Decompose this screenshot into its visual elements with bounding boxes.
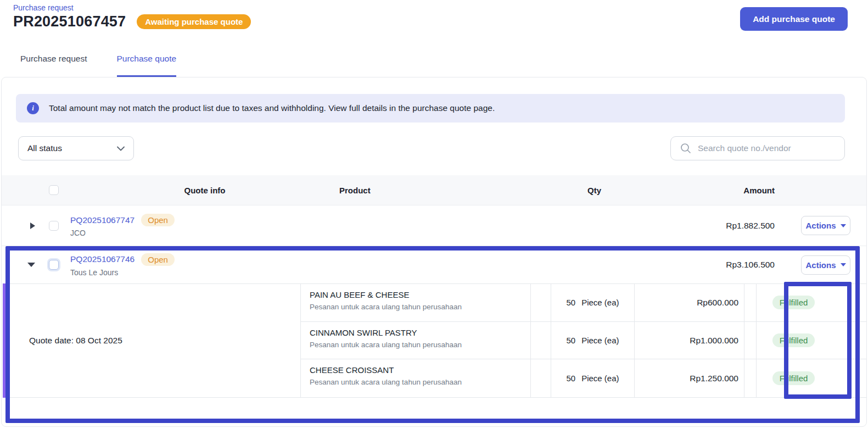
column-header-quote-info: Quote info (184, 186, 226, 195)
status-badge: Awaiting purchase quote (137, 14, 251, 29)
status-filter-value: All status (27, 143, 62, 153)
quote-number-link[interactable]: PQ20251067747 (70, 215, 135, 225)
column-header-qty: Qty (587, 186, 601, 195)
product-amount: Rp1.250.000 (690, 374, 738, 383)
chevron-down-icon (117, 146, 125, 151)
add-purchase-quote-button[interactable]: Add purchase quote (740, 7, 848, 31)
column-header-product: Product (339, 186, 371, 195)
fulfillment-status-badge: Fulfilled (772, 296, 815, 309)
quote-amount: Rp1.882.500 (726, 221, 775, 231)
actions-button[interactable]: Actions (801, 255, 850, 275)
quote-amount: Rp3.106.500 (726, 260, 775, 270)
product-name: CHEESE CROISSANT (310, 365, 530, 375)
product-unit: Piece (ea) (581, 336, 619, 345)
info-banner-text: Total amount may not match the product l… (49, 103, 495, 113)
page-header: Purchase request PR20251067457 Awaiting … (0, 0, 868, 52)
fulfillment-status-badge: Fulfilled (772, 371, 815, 385)
info-banner: i Total amount may not match the product… (16, 94, 845, 123)
row-checkbox[interactable] (49, 260, 59, 270)
quote-status-badge: Open (141, 214, 175, 226)
actions-button[interactable]: Actions (801, 216, 850, 235)
product-qty: 50 (566, 298, 575, 307)
product-name: CINNAMON SWIRL PASTRY (310, 328, 530, 337)
product-amount: Rp600.000 (697, 298, 738, 308)
page-title: PR20251067457 (13, 13, 126, 30)
collapse-row-icon[interactable] (27, 263, 35, 267)
title-row: PR20251067457 Awaiting purchase quote (13, 13, 251, 30)
product-subtable: PAIN AU BEEF & CHEESE Pesanan untuk acar… (300, 283, 866, 398)
product-unit: Piece (ea) (581, 374, 619, 383)
expanded-quote-detail: Quote date: 08 Oct 2025 PAIN AU BEEF & C… (2, 283, 866, 398)
expand-row-icon[interactable] (30, 222, 35, 229)
product-note: Pesanan untuk acara ulang tahun perusaha… (310, 341, 530, 349)
tab-purchase-quote[interactable]: Purchase quote (117, 52, 177, 77)
product-amount: Rp1.000.000 (690, 336, 738, 346)
quotes-table: Quote info Product Qty Amount PQ20251067… (2, 175, 866, 398)
status-filter-dropdown[interactable]: All status (18, 136, 134, 160)
fulfillment-status-badge: Fulfilled (772, 333, 815, 347)
product-row: CHEESE CROISSANT Pesanan untuk acara ula… (300, 359, 866, 398)
row-checkbox[interactable] (49, 221, 59, 231)
chevron-down-icon (841, 263, 846, 266)
product-row: CINNAMON SWIRL PASTRY Pesanan untuk acar… (300, 322, 866, 360)
quote-status-badge: Open (141, 253, 175, 266)
vendor-name: Tous Le Jours (70, 268, 339, 277)
product-name: PAIN AU BEEF & CHEESE (310, 290, 530, 299)
search-icon (680, 143, 691, 154)
product-note: Pesanan untuk acara ulang tahun perusaha… (310, 303, 530, 311)
table-row: PQ20251067746 Open Tous Le Jours Rp3.106… (2, 246, 866, 283)
product-qty: 50 (566, 336, 575, 345)
breadcrumb[interactable]: Purchase request (13, 3, 74, 12)
purchase-request-page: Purchase request PR20251067457 Awaiting … (0, 0, 868, 434)
filter-row: All status (16, 136, 845, 160)
select-all-checkbox[interactable] (49, 185, 59, 195)
chevron-down-icon (841, 224, 846, 227)
info-icon: i (27, 102, 39, 114)
tab-bar: Purchase request Purchase quote (0, 52, 868, 77)
table-row: PQ20251067747 Open JCO Rp1.882.500 Actio… (2, 205, 866, 246)
product-qty: 50 (566, 374, 575, 383)
search-box (670, 136, 845, 160)
quote-date: Quote date: 08 Oct 2025 (29, 336, 122, 346)
column-header-amount: Amount (743, 186, 775, 195)
vendor-name: JCO (70, 229, 339, 237)
purchase-quote-panel: i Total amount may not match the product… (1, 77, 867, 427)
product-row: PAIN AU BEEF & CHEESE Pesanan untuk acar… (300, 284, 866, 322)
quote-number-link[interactable]: PQ20251067746 (70, 254, 135, 264)
tab-purchase-request[interactable]: Purchase request (20, 52, 87, 77)
search-input[interactable] (691, 137, 844, 160)
header-check-cell (44, 185, 66, 195)
table-header-row: Quote info Product Qty Amount (2, 175, 866, 205)
product-note: Pesanan untuk acara ulang tahun perusaha… (310, 378, 530, 386)
product-unit: Piece (ea) (581, 298, 619, 307)
